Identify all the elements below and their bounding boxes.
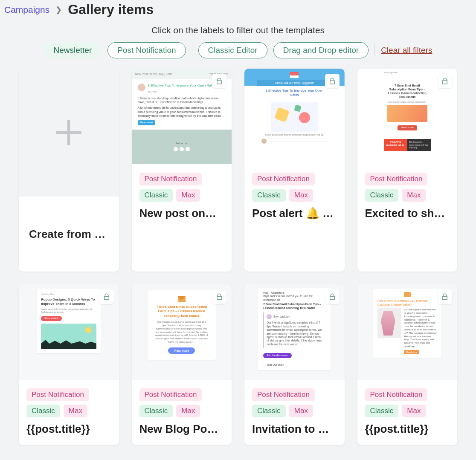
template-thumbnail: Hey – Username, Bryn Jackson has invited…: [244, 284, 345, 380]
tag-max[interactable]: Max: [289, 189, 313, 202]
tag-post-notification[interactable]: Post Notification: [252, 388, 315, 401]
template-thumbnail: How Online Businesses Can Increase Custo…: [357, 284, 458, 380]
template-card[interactable]: New Post on my Blog | JohnYourLogoHere 8…: [132, 69, 232, 272]
template-title: Post alert 🔔 …: [252, 207, 337, 220]
lock-icon: [99, 289, 114, 304]
template-card[interactable]: YourLogoHere Popup Designs: 5 Quick Ways…: [19, 284, 119, 445]
chevron-right-icon: ❯: [55, 5, 62, 14]
tag-row: Post Notification Classic Max: [139, 173, 224, 202]
thumb-text: Bryn Jackson has invited you to Join the…: [263, 295, 325, 302]
template-title: New post on…: [139, 207, 224, 220]
thumb-text: Read more: [168, 347, 195, 354]
template-title: Invitation to …: [252, 422, 337, 436]
tag-row: Post Notification Classic Max: [365, 388, 450, 417]
separator: [374, 44, 375, 56]
thumb-text: New Post on my Blog | John: [135, 72, 173, 76]
separator: [192, 44, 192, 56]
tag-max[interactable]: Max: [402, 405, 426, 417]
thumb-text: Big discounts + many items with free shi…: [407, 139, 431, 151]
breadcrumb: Campaigns ❯ Gallery items: [4, 0, 472, 22]
clear-filters-link[interactable]: Clear all filters: [381, 46, 432, 55]
template-card[interactable]: 7 Sure Shot Email Subscription Form Tips…: [132, 284, 232, 445]
tag-row: Post Notification Classic Max: [252, 388, 337, 417]
thumb-text: Read more: [398, 125, 417, 130]
filter-bar: Newsletter Post Notification Classic Edi…: [4, 42, 472, 58]
create-thumbnail: [19, 69, 119, 197]
lock-icon: [438, 74, 452, 88]
thumb-text: 8 Effective Tips To Improve Your Open Ra…: [257, 86, 332, 100]
thumb-text: How Online Businesses Can Increase Custo…: [377, 299, 437, 307]
template-grid: Create from … New Post on my Blog | John…: [4, 69, 472, 445]
template-card[interactable]: Check out our new Blog post! 8 Effective…: [244, 69, 345, 272]
thumb-text: If there is one standing question that t…: [138, 96, 226, 104]
tag-post-notification[interactable]: Post Notification: [139, 173, 202, 185]
lock-icon: [438, 289, 452, 304]
tag-row: Post Notification Classic Max: [26, 388, 111, 417]
thumb-text: A lot of marketers fail to understand th…: [138, 106, 226, 117]
lock-icon: [212, 74, 226, 88]
lock-icon: [325, 289, 340, 304]
thumb-text: Check out our new Blog post!: [257, 80, 332, 86]
template-thumbnail: Check out our new Blog post! 8 Effective…: [244, 69, 345, 164]
breadcrumb-parent-link[interactable]: Campaigns: [4, 5, 49, 15]
thumb-text: Read more: [138, 120, 156, 125]
thumb-text: 7 Sure Shot Email Subscription Form Tips…: [263, 303, 325, 310]
tag-classic[interactable]: Classic: [139, 405, 173, 417]
template-thumbnail: YourLogoHere 7 Sure Shot Email Subscript…: [357, 69, 458, 164]
lock-icon: [325, 74, 340, 88]
tag-post-notification[interactable]: Post Notification: [365, 388, 428, 401]
template-thumbnail: 7 Sure Shot Email Subscription Form Tips…: [132, 284, 232, 380]
tag-post-notification[interactable]: Post Notification: [365, 173, 428, 185]
tag-max[interactable]: Max: [289, 405, 313, 417]
create-card-title: Create from …: [19, 197, 119, 272]
thumb-text: — Join Our team: [263, 363, 325, 367]
tag-classic[interactable]: Classic: [26, 405, 60, 417]
thumb-text: Follow me: [176, 142, 187, 145]
tag-classic[interactable]: Classic: [252, 189, 286, 202]
thumb-text: 7 Sure Shot Email Subscription Form Tips…: [155, 305, 208, 318]
template-card[interactable]: How Online Businesses Can Increase Custo…: [357, 284, 458, 445]
template-title: New Blog Po…: [139, 422, 224, 436]
tag-row: Post Notification Classic Max: [139, 388, 224, 417]
template-title: {{post.title}}: [365, 422, 450, 436]
thumb-text: YourLogoHere: [41, 293, 96, 296]
thumb-text: Send a card: [41, 316, 61, 321]
thumb-text: Bryn Jackson: [273, 315, 290, 318]
filter-chip-drag-and-drop[interactable]: Drag and Drop editor: [273, 42, 369, 58]
lock-icon: [212, 289, 226, 304]
plus-icon: [52, 116, 86, 150]
thumb-text: Join the discussion: [263, 353, 292, 358]
tag-post-notification[interactable]: Post Notification: [26, 388, 89, 401]
template-card[interactable]: Hey – Username, Bryn Jackson has invited…: [244, 284, 345, 445]
filter-hint: Click on the labels to filter out the te…: [4, 25, 472, 35]
thumb-text: Our friends at AppSumo compiled a list o…: [155, 321, 208, 344]
tag-max[interactable]: Max: [176, 405, 200, 417]
tag-row: Post Notification Classic Max: [365, 173, 450, 202]
tag-classic[interactable]: Classic: [365, 189, 399, 202]
tag-classic[interactable]: Classic: [139, 189, 173, 202]
thumb-text: Hey – Username,: [263, 291, 325, 295]
template-title: {{post.title}}: [26, 422, 111, 436]
thumb-text: TODAY'S BUMPER DEAL: [384, 139, 407, 151]
thumb-text: Our friends at AppSumo compiled a list o…: [267, 321, 323, 346]
thumb-text: So take a peek and feel free to join the…: [404, 308, 437, 348]
tag-max[interactable]: Max: [176, 189, 200, 202]
thumb-text: by John: [138, 90, 226, 94]
thumb-text: YourLogoHere: [384, 69, 431, 77]
tag-post-notification[interactable]: Post Notification: [139, 388, 202, 401]
thumb-text: 7 Sure Shot Email Subscription Form Tips…: [387, 84, 427, 99]
tag-max[interactable]: Max: [402, 189, 426, 202]
tag-max[interactable]: Max: [64, 405, 87, 417]
tag-classic[interactable]: Classic: [365, 405, 399, 417]
filter-chip-newsletter[interactable]: Newsletter: [44, 42, 102, 58]
page-title: Gallery items: [68, 2, 154, 17]
template-thumbnail: New Post on my Blog | JohnYourLogoHere 8…: [132, 69, 232, 164]
create-template-card[interactable]: Create from …: [19, 69, 119, 272]
filter-chip-classic-editor[interactable]: Classic Editor: [198, 42, 267, 58]
template-card[interactable]: YourLogoHere 7 Sure Shot Email Subscript…: [357, 69, 458, 272]
tag-post-notification[interactable]: Post Notification: [252, 173, 315, 185]
tag-classic[interactable]: Classic: [252, 405, 286, 417]
thumb-text: Popup Designs: 5 Quick Ways To Improve T…: [41, 298, 96, 307]
filter-chip-post-notification[interactable]: Post Notification: [107, 42, 186, 58]
template-thumbnail: YourLogoHere Popup Designs: 5 Quick Ways…: [19, 284, 119, 380]
